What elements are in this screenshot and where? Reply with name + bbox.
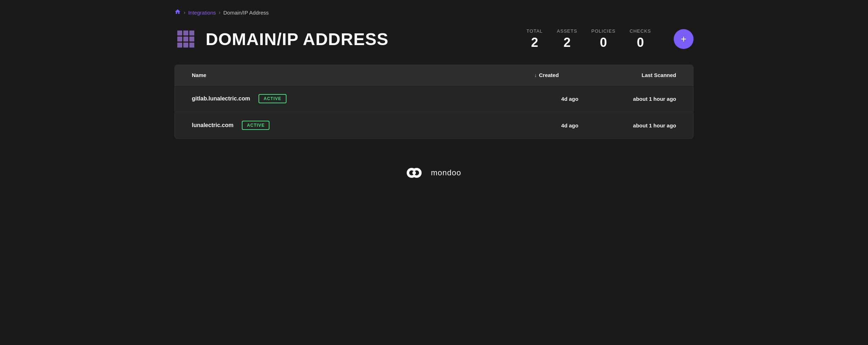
mondoo-logo-icon [407,167,427,179]
stat-policies-value: 0 [600,35,607,50]
stat-total-label: TOTAL [527,28,543,34]
stat-checks-value: 0 [637,35,644,50]
row-name-cell: lunalectric.com ACTIVE [192,121,534,130]
integrations-table: Name ↓ Created Last Scanned gitlab.lunal… [174,65,694,139]
row-name-cell: gitlab.lunalectric.com ACTIVE [192,94,534,103]
header-left: DOMAIN/IP ADDRESS [174,28,389,50]
col-header-last-scanned: Last Scanned [605,72,676,78]
mondoo-logo: mondoo [407,167,461,179]
table-header: Name ↓ Created Last Scanned [175,65,693,86]
table-row[interactable]: lunalectric.com ACTIVE 4d ago about 1 ho… [175,112,693,138]
table-body: gitlab.lunalectric.com ACTIVE 4d ago abo… [175,86,693,138]
status-badge: ACTIVE [242,121,269,130]
row-name: lunalectric.com [192,122,233,128]
row-name: gitlab.lunalectric.com [192,95,250,102]
footer: mondoo [174,167,694,179]
page-title: DOMAIN/IP ADDRESS [206,29,389,49]
stat-assets: ASSETS 2 [557,28,577,50]
stat-checks-label: CHECKS [630,28,651,34]
page-header: DOMAIN/IP ADDRESS TOTAL 2 ASSETS 2 POLIC… [174,28,694,50]
breadcrumb-separator-1: › [184,10,185,15]
stat-total-value: 2 [531,35,538,50]
header-stats: TOTAL 2 ASSETS 2 POLICIES 0 CHECKS 0 [527,28,651,50]
sort-down-icon: ↓ [534,72,537,78]
col-header-created[interactable]: ↓ Created [534,72,605,78]
stat-assets-label: ASSETS [557,28,577,34]
breadcrumb-current-page: Domain/IP Address [223,10,269,16]
svg-point-4 [412,171,416,175]
add-integration-button[interactable]: + [674,29,694,49]
page-icon [174,28,197,50]
home-icon[interactable] [174,9,181,16]
stat-total: TOTAL 2 [527,28,543,50]
breadcrumb-integrations-link[interactable]: Integrations [188,10,216,16]
table-row[interactable]: gitlab.lunalectric.com ACTIVE 4d ago abo… [175,86,693,112]
col-header-created-label: Created [539,72,559,78]
row-last-scanned: about 1 hour ago [605,122,676,128]
stat-assets-value: 2 [563,35,571,50]
row-created: 4d ago [534,122,605,128]
stat-policies: POLICIES 0 [591,28,616,50]
breadcrumb-separator-2: › [219,10,221,15]
status-badge: ACTIVE [258,94,286,103]
row-created: 4d ago [534,96,605,102]
mondoo-brand-name: mondoo [431,168,461,177]
domain-ip-icon [177,31,194,48]
stat-policies-label: POLICIES [591,28,616,34]
breadcrumb: › Integrations › Domain/IP Address [174,9,694,16]
row-last-scanned: about 1 hour ago [605,96,676,102]
stat-checks: CHECKS 0 [630,28,651,50]
col-header-name: Name [192,72,534,78]
